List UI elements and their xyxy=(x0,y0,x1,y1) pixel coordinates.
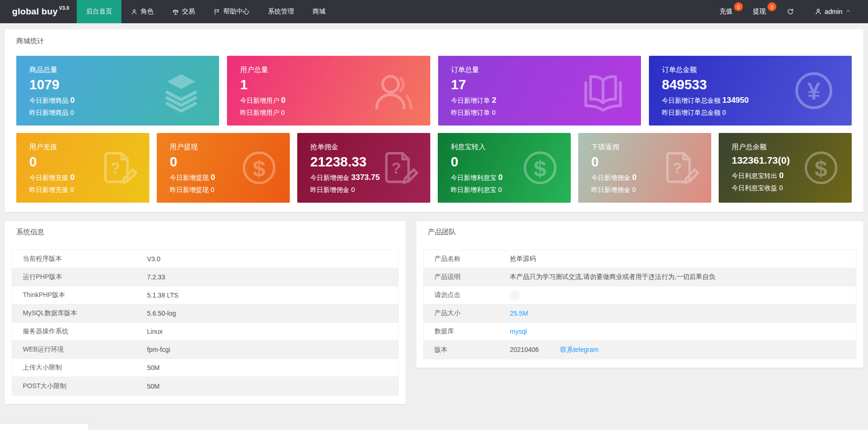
stat-card-recharge: 用户充值 0 今日新增充值0 昨日新增充值0 ? xyxy=(16,133,149,203)
stat-card-products: 商品总量 1079 今日新增商品0 昨日新增商品0 xyxy=(16,56,219,126)
table-row: 当前程序版本V3.0 xyxy=(12,250,398,268)
system-info-table: 当前程序版本V3.0 运行PHP版本7.2.33 ThinkPHP版本5.1.3… xyxy=(12,250,399,396)
stat-card-users: 用户总量 1 今日新增用户0 昨日新增用户0 xyxy=(227,56,430,126)
bottom-left-panel-edge xyxy=(0,423,88,430)
refresh-button[interactable] xyxy=(776,0,804,23)
table-row: 请勿点击 xyxy=(424,286,856,304)
brand-logo: global buy V3.0 xyxy=(0,0,77,23)
system-info-title: 系统信息 xyxy=(12,228,399,237)
system-info-panel: 系统信息 当前程序版本V3.0 运行PHP版本7.2.33 ThinkPHP版本… xyxy=(5,221,406,404)
product-team-table: 产品名称抢单源码 产品说明本产品只为学习测试交流,请勿要做商业或者用于违法行为,… xyxy=(423,250,856,359)
stats-row-2: 用户充值 0 今日新增充值0 昨日新增充值0 ? 用户提现 0 今日新增提现0 … xyxy=(16,133,852,203)
table-row: 产品大小 25.5M xyxy=(424,304,856,323)
stat-card-orders: 订单总量 17 今日新增订单2 昨日新增订单0 xyxy=(438,56,641,126)
table-row: 数据库 mysql xyxy=(424,323,856,341)
user-dropdown[interactable]: admin xyxy=(804,0,861,23)
stat-card-total-balance: 用户总余额 132361.73(0) 今日利息宝转出0 今日利息宝收益0 $ xyxy=(719,133,852,203)
username: admin xyxy=(825,8,842,15)
navbar-right: 充值 0 提现 0 admin xyxy=(709,0,868,23)
withdraw-badge: 0 xyxy=(768,2,776,11)
top-navbar: global buy V3.0 后台首页 角色 交易 帮助中心 系统管理 商城 … xyxy=(0,0,868,23)
table-row: 服务器操作系统Linux xyxy=(12,323,398,341)
table-row: 运行PHP版本7.2.33 xyxy=(12,268,398,286)
table-row: ThinkPHP版本5.1.38 LTS xyxy=(12,286,398,304)
user-icon xyxy=(131,8,138,15)
dollar-circle-icon: $ xyxy=(521,148,560,187)
version-value: 20210406 xyxy=(510,346,539,353)
svg-text:$: $ xyxy=(253,156,265,181)
main-menu: 后台首页 角色 交易 帮助中心 系统管理 商城 xyxy=(77,0,335,23)
faint-circle-icon[interactable] xyxy=(510,290,520,300)
menu-item-system[interactable]: 系统管理 xyxy=(259,0,303,23)
doc-question-icon: ? xyxy=(99,148,138,187)
svg-text:?: ? xyxy=(673,159,682,177)
svg-text:$: $ xyxy=(534,156,546,181)
product-team-title: 产品团队 xyxy=(423,228,856,237)
refresh-icon xyxy=(787,8,794,15)
bottom-section: 系统信息 当前程序版本V3.0 运行PHP版本7.2.33 ThinkPHP版本… xyxy=(5,221,863,404)
stat-card-withdraw: 用户提现 0 今日新增提现0 昨日新增提现0 $ xyxy=(157,133,290,203)
table-row: 版本 20210406 联系telegram xyxy=(424,341,856,359)
table-row: 产品说明本产品只为学习测试交流,请勿要做商业或者用于违法行为,一切后果自负 xyxy=(424,268,856,286)
flag-icon xyxy=(214,8,220,15)
user-icon xyxy=(815,8,822,15)
chevron-up-icon xyxy=(845,8,851,15)
withdraw-link[interactable]: 提现 0 xyxy=(743,0,776,23)
menu-item-dashboard[interactable]: 后台首页 xyxy=(77,0,121,23)
recharge-badge: 0 xyxy=(734,2,743,11)
menu-item-help-center[interactable]: 帮助中心 xyxy=(204,0,259,23)
recharge-label: 充值 xyxy=(720,7,733,16)
withdraw-label: 提现 xyxy=(753,7,766,16)
scales-icon xyxy=(172,8,179,15)
menu-label: 系统管理 xyxy=(268,7,294,16)
table-row: MySQL数据库版本5.6.50-log xyxy=(12,304,398,323)
svg-text:$: $ xyxy=(815,156,827,181)
stat-card-commission: 抢单佣金 21238.33 今日新增佣金3373.75 昨日新增佣金0 ? xyxy=(297,133,430,203)
person-icon xyxy=(370,69,414,113)
product-team-panel: 产品团队 产品名称抢单源码 产品说明本产品只为学习测试交流,请勿要做商业或者用于… xyxy=(416,221,863,368)
table-row: 产品名称抢单源码 xyxy=(424,250,856,268)
telegram-link[interactable]: 联系telegram xyxy=(560,346,598,353)
svg-text:¥: ¥ xyxy=(807,78,821,105)
brand-name: global buy xyxy=(12,7,58,17)
stat-card-referral: 下级返佣 0 今日新增佣金0 昨日新增佣金0 ? xyxy=(578,133,711,203)
table-row: 上传大小限制50M xyxy=(12,359,398,377)
product-size-link[interactable]: 25.5M xyxy=(510,310,528,317)
doc-question-icon: ? xyxy=(661,148,700,187)
table-row: WEB运行环境fpm-fcgi xyxy=(12,341,398,359)
svg-text:?: ? xyxy=(392,159,401,177)
dollar-circle-icon: $ xyxy=(240,148,279,187)
menu-item-trade[interactable]: 交易 xyxy=(163,0,204,23)
stat-card-interest-in: 利息宝转入 0 今日新增利息宝0 昨日新增利息宝0 $ xyxy=(438,133,571,203)
stat-card-order-amount: 订单总金额 849533 今日新增订单总金额134950 昨日新增订单总金额0 … xyxy=(649,56,852,126)
menu-item-roles[interactable]: 角色 xyxy=(121,0,163,23)
layers-icon xyxy=(159,69,203,113)
menu-label: 商城 xyxy=(313,7,326,16)
stats-row-1: 商品总量 1079 今日新增商品0 昨日新增商品0 用户总量 1 今日新增用户0… xyxy=(16,56,852,126)
menu-label: 后台首页 xyxy=(86,7,112,16)
svg-text:?: ? xyxy=(111,159,120,177)
menu-label: 角色 xyxy=(140,7,154,16)
stats-panel: 商城统计 商品总量 1079 今日新增商品0 昨日新增商品0 用户总量 1 今日… xyxy=(5,29,863,212)
dollar-circle-icon: $ xyxy=(801,148,841,187)
menu-label: 帮助中心 xyxy=(223,7,249,16)
menu-item-mall[interactable]: 商城 xyxy=(303,0,335,23)
yen-circle-icon: ¥ xyxy=(792,69,836,113)
brand-version: V3.0 xyxy=(59,6,69,11)
menu-label: 交易 xyxy=(182,7,195,16)
book-icon xyxy=(581,69,625,113)
stats-panel-title: 商城统计 xyxy=(16,36,852,46)
recharge-link[interactable]: 充值 0 xyxy=(709,0,743,23)
database-link[interactable]: mysql xyxy=(510,328,527,335)
table-row: POST大小限制50M xyxy=(12,377,398,395)
doc-question-icon: ? xyxy=(380,148,419,187)
